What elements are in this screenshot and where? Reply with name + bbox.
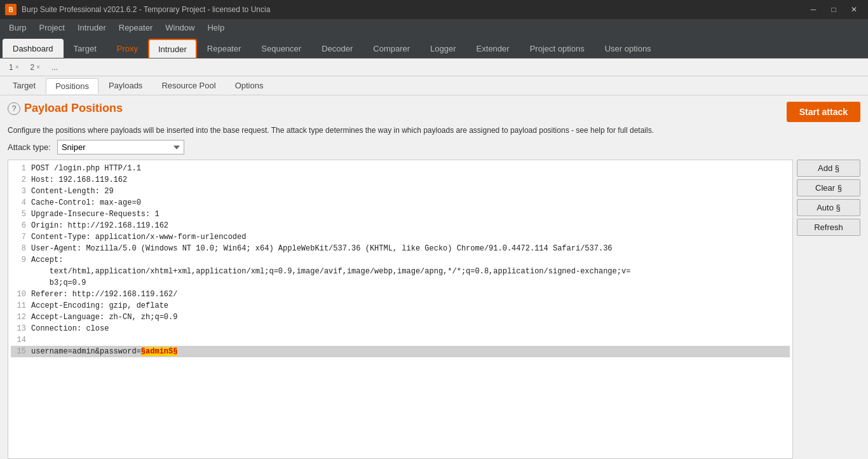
tab-project-options[interactable]: Project options <box>520 39 595 58</box>
menu-window[interactable]: Window <box>159 19 201 36</box>
intruder-tab-resource-pool[interactable]: Resource Pool <box>153 78 224 93</box>
menu-intruder[interactable]: Intruder <box>71 19 112 36</box>
tab-comparer[interactable]: Comparer <box>363 39 420 58</box>
code-line-7: 7Content-Type: application/x-www-form-ur… <box>11 231 790 243</box>
minimize-button[interactable]: ─ <box>804 3 822 16</box>
tab-proxy[interactable]: Proxy <box>107 39 148 58</box>
tab-dashboard[interactable]: Dashboard <box>3 39 64 58</box>
code-line-6: 6Origin: http://192.168.119.162 <box>11 220 790 231</box>
tab-target[interactable]: Target <box>64 39 107 58</box>
code-line-9c: 9 b3;q=0.9 <box>11 277 790 289</box>
tab-intruder[interactable]: Intruder <box>148 39 197 58</box>
sub-tab-row: 1 × 2 × ... <box>0 58 868 76</box>
sub-tab-2[interactable]: 2 × <box>25 62 46 73</box>
intruder-tab-options[interactable]: Options <box>226 78 273 93</box>
code-line-15: 15username=admin&password=§adminS§ <box>11 346 790 357</box>
intruder-tab-payloads[interactable]: Payloads <box>100 78 151 93</box>
clear-section-button[interactable]: Clear § <box>797 179 860 196</box>
sub-tab-1[interactable]: 1 × <box>4 62 24 73</box>
tab-logger[interactable]: Logger <box>420 39 466 58</box>
start-attack-button[interactable]: Start attack <box>787 102 860 122</box>
side-buttons: Add § Clear § Auto § Refresh <box>797 160 860 459</box>
tab-decoder[interactable]: Decoder <box>311 39 363 58</box>
close-button[interactable]: ✕ <box>845 3 863 16</box>
attack-type-label: Attack type: <box>8 142 51 152</box>
menu-burp[interactable]: Burp <box>3 19 32 36</box>
code-line-13: 13Connection: close <box>11 323 790 334</box>
auto-section-button[interactable]: Auto § <box>797 199 860 216</box>
sub-tab-1-close[interactable]: × <box>15 64 19 71</box>
code-line-14: 14 <box>11 334 790 346</box>
request-editor-wrap: 1POST /login.php HTTP/1.1 2Host: 192.168… <box>8 160 793 459</box>
code-line-9b: 9 text/html,application/xhtml+xml,applic… <box>11 266 790 277</box>
attack-type-wrapper: Sniper Battering ram Pitchfork Cluster b… <box>57 140 184 154</box>
code-line-11: 11Accept-Encoding: gzip, deflate <box>11 300 790 312</box>
attack-type-select[interactable]: Sniper Battering ram Pitchfork Cluster b… <box>57 140 184 154</box>
tab-repeater[interactable]: Repeater <box>197 39 251 58</box>
title-left: B Burp Suite Professional v2021.6.2 - Te… <box>5 4 270 15</box>
top-tabs: Dashboard Target Proxy Intruder Repeater… <box>0 36 868 58</box>
attack-type-row: Attack type: Sniper Battering ram Pitchf… <box>8 140 860 154</box>
code-line-2: 2Host: 192.168.119.162 <box>11 174 790 186</box>
menu-repeater[interactable]: Repeater <box>112 19 159 36</box>
main-content: ? Payload Positions Start attack Configu… <box>0 95 868 459</box>
window-controls: ─ □ ✕ <box>804 3 863 16</box>
code-line-5: 5Upgrade-Insecure-Requests: 1 <box>11 209 790 220</box>
section-title: Payload Positions <box>24 102 123 115</box>
intruder-tabs: Target Positions Payloads Resource Pool … <box>0 76 868 95</box>
header-row: ? Payload Positions Start attack <box>8 102 860 122</box>
tab-sequencer[interactable]: Sequencer <box>251 39 311 58</box>
editor-container: 1POST /login.php HTTP/1.1 2Host: 192.168… <box>8 160 860 459</box>
code-line-12: 12Accept-Language: zh-CN, zh;q=0.9 <box>11 312 790 323</box>
intruder-tab-positions[interactable]: Positions <box>46 78 98 94</box>
menu-help[interactable]: Help <box>201 19 231 36</box>
code-line-9a: 9Accept: <box>11 254 790 266</box>
code-line-8: 8User-Agent: Mozilla/5.0 (Windows NT 10.… <box>11 243 790 254</box>
code-line-1: 1POST /login.php HTTP/1.1 <box>11 163 790 174</box>
code-line-3: 3Content-Length: 29 <box>11 186 790 197</box>
tab-user-options[interactable]: User options <box>595 39 661 58</box>
refresh-button[interactable]: Refresh <box>797 219 860 236</box>
window-title: Burp Suite Professional v2021.6.2 - Temp… <box>22 5 270 14</box>
code-line-4: 4Cache-Control: max-age=0 <box>11 197 790 209</box>
menu-project[interactable]: Project <box>32 19 71 36</box>
request-editor[interactable]: 1POST /login.php HTTP/1.1 2Host: 192.168… <box>8 160 793 459</box>
menubar: Burp Project Intruder Repeater Window He… <box>0 19 868 36</box>
tab-extender[interactable]: Extender <box>466 39 520 58</box>
add-section-button[interactable]: Add § <box>797 160 860 177</box>
code-line-10: 10Referer: http://192.168.119.162/ <box>11 289 790 300</box>
help-icon[interactable]: ? <box>8 102 20 115</box>
sub-tab-2-close[interactable]: × <box>36 64 40 71</box>
description-text: Configure the positions where payloads w… <box>8 126 757 135</box>
app-icon: B <box>5 4 17 15</box>
sub-tab-more[interactable]: ... <box>46 62 63 73</box>
titlebar: B Burp Suite Professional v2021.6.2 - Te… <box>0 0 868 19</box>
intruder-tab-target[interactable]: Target <box>4 78 44 93</box>
maximize-button[interactable]: □ <box>825 3 843 16</box>
payload-marker: §adminS§ <box>141 347 178 356</box>
